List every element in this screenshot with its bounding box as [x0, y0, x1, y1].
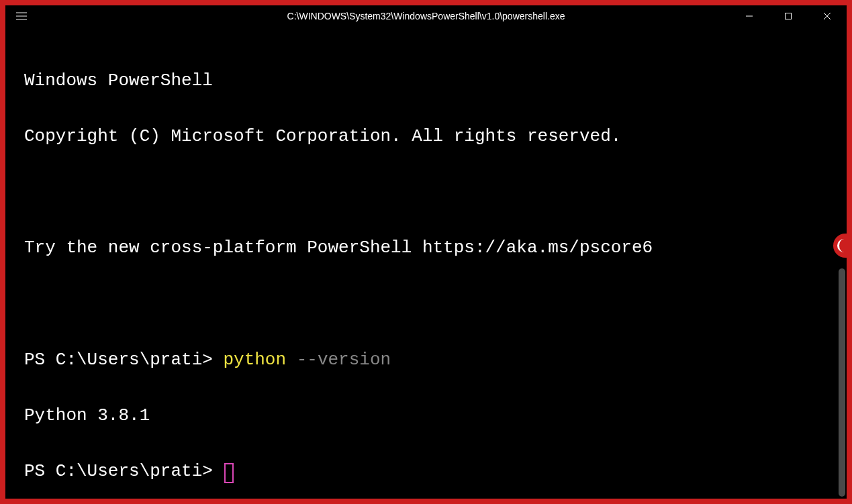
current-prompt-line: PS C:\Users\prati> — [24, 458, 833, 486]
blank-line — [24, 290, 833, 318]
command-line: PS C:\Users\prati> python --version — [24, 346, 833, 374]
terminal-window: C:\WINDOWS\System32\WindowsPowerShell\v1… — [5, 5, 847, 499]
window-title: C:\WINDOWS\System32\WindowsPowerShell\v1… — [287, 11, 565, 21]
titlebar[interactable]: C:\WINDOWS\System32\WindowsPowerShell\v1… — [5, 5, 847, 27]
prompt: PS C:\Users\prati> — [24, 461, 223, 481]
banner-line: Try the new cross-platform PowerShell ht… — [24, 234, 833, 262]
hamburger-menu-icon[interactable] — [5, 5, 38, 27]
terminal-output[interactable]: Windows PowerShell Copyright (C) Microso… — [5, 27, 847, 499]
side-tab-icon[interactable] — [833, 234, 852, 258]
banner-line: Copyright (C) Microsoft Corporation. All… — [24, 123, 833, 151]
command-executable: python — [223, 350, 286, 370]
maximize-button[interactable] — [769, 5, 808, 27]
banner-line: Windows PowerShell — [24, 67, 833, 95]
svg-rect-4 — [786, 13, 792, 19]
output-line: Python 3.8.1 — [24, 402, 833, 430]
blank-line — [24, 179, 833, 207]
scrollbar[interactable] — [839, 268, 845, 497]
prompt: PS C:\Users\prati> — [24, 350, 223, 370]
window-controls — [730, 5, 847, 27]
command-argument: --version — [286, 350, 391, 370]
close-button[interactable] — [808, 5, 847, 27]
cursor-icon — [224, 463, 234, 483]
minimize-button[interactable] — [730, 5, 769, 27]
